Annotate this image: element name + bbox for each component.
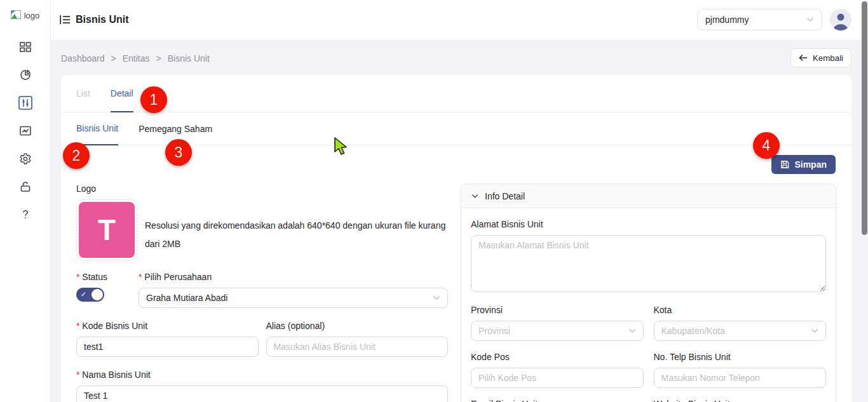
topbar: Bisnis Unit pjmdummy	[51, 0, 868, 39]
telp-label: No. Telp Bisnis Unit	[654, 352, 827, 362]
save-button-label: Simpan	[794, 159, 827, 170]
step-marker-2: 2	[63, 142, 90, 169]
alamat-textarea[interactable]	[471, 235, 826, 292]
tab-detail[interactable]: Detail	[111, 75, 133, 112]
chevron-down-icon	[806, 17, 814, 22]
chevron-down-icon	[811, 328, 818, 333]
sidebar-item-access[interactable]	[11, 173, 39, 201]
broken-image-icon	[11, 10, 23, 20]
breadcrumb: Dashboard > Entitas > Bisnis Unit	[61, 53, 210, 64]
website-label: Website Bisnis Unit	[654, 399, 827, 402]
step-marker-3: 3	[165, 139, 192, 166]
chevron-down-icon	[628, 328, 636, 333]
alamat-label: Alamat Bisnis Unit	[471, 219, 826, 229]
sidebar-item-analytics[interactable]	[11, 117, 39, 145]
provinsi-kota-row: Provinsi Provinsi Kota Kabupat	[471, 305, 826, 341]
company-select-value: Graha Mutiara Abadi	[146, 293, 227, 303]
kota-field: Kota Kabupaten/Kota	[654, 305, 827, 341]
company-field: Pilih Perusahaan Graha Mutiara Abadi	[139, 272, 448, 308]
page-title: Bisnis Unit	[76, 14, 129, 25]
alias-input[interactable]	[266, 337, 449, 357]
user-select[interactable]: pjmdummy	[697, 9, 822, 30]
kota-select[interactable]: Kabupaten/Kota	[654, 321, 827, 341]
topbar-right: pjmdummy	[697, 9, 851, 30]
info-detail-title: Info Detail	[485, 191, 525, 201]
bisnis-unit-form: Logo T Resolusi yang direkomendasikan ad…	[76, 184, 448, 402]
website-field: Website Bisnis Unit	[654, 399, 827, 402]
info-detail-body: Alamat Bisnis Unit Provinsi Provinsi	[461, 208, 836, 402]
gear-icon	[19, 152, 32, 165]
kota-label: Kota	[654, 305, 827, 315]
breadcrumb-dashboard[interactable]: Dashboard	[61, 53, 105, 64]
save-icon	[780, 160, 789, 169]
breadcrumb-separator: >	[156, 53, 161, 64]
kode-input[interactable]	[76, 337, 259, 357]
arrow-left-icon	[799, 54, 808, 62]
line-chart-icon	[19, 124, 32, 137]
provinsi-label: Provinsi	[471, 305, 644, 315]
save-button[interactable]: Simpan	[771, 155, 836, 174]
sidebar-item-help[interactable]	[11, 201, 39, 229]
form-columns: Logo T Resolusi yang direkomendasikan ad…	[61, 184, 851, 402]
sliders-icon	[18, 96, 32, 110]
nama-input[interactable]	[76, 385, 448, 402]
status-field: Status ✓	[76, 272, 139, 308]
status-label: Status	[76, 272, 139, 282]
back-button[interactable]: Kembali	[790, 48, 851, 67]
grid-icon	[19, 41, 32, 53]
chevron-down-icon	[433, 295, 440, 300]
nama-label: Nama Bisnis Unit	[76, 370, 448, 380]
kodepos-input[interactable]	[471, 368, 644, 388]
kode-label: Kode Bisnis Unit	[76, 321, 259, 331]
breadcrumb-bisnis-unit[interactable]: Bisnis Unit	[168, 53, 210, 64]
kodepos-label: Kode Pos	[471, 352, 644, 362]
sidebar-item-entitas-active[interactable]	[11, 89, 39, 117]
telp-input[interactable]	[654, 368, 827, 388]
subtab-bisnis-unit[interactable]: Bisnis Unit	[76, 112, 118, 145]
logo-label: Logo	[76, 184, 448, 194]
person-icon	[830, 9, 851, 30]
email-website-row: Email Bisnis Unit Website Bisnis Unit	[471, 399, 826, 402]
app-logo[interactable]: logo	[0, 1, 50, 29]
main-card: List Detail Bisnis Unit Pemegang Saham S…	[61, 75, 851, 402]
nama-field: Nama Bisnis Unit	[76, 370, 448, 402]
kota-select-placeholder: Kabupaten/Kota	[661, 326, 725, 336]
company-label: Pilih Perusahaan	[139, 272, 448, 282]
chevron-down-icon	[471, 194, 478, 199]
email-label: Email Bisnis Unit	[471, 399, 644, 402]
sidebar-item-settings[interactable]	[11, 145, 39, 173]
telp-field: No. Telp Bisnis Unit	[654, 352, 827, 388]
question-icon	[19, 208, 32, 221]
logo-alt-text: logo	[24, 11, 40, 20]
provinsi-select-placeholder: Provinsi	[478, 326, 510, 336]
logo-preview: T	[79, 202, 135, 258]
logo-hint: Resolusi yang direkomendasikan adalah 64…	[145, 217, 448, 260]
status-toggle[interactable]: ✓	[76, 288, 104, 302]
breadcrumb-entitas[interactable]: Entitas	[123, 53, 150, 64]
email-field: Email Bisnis Unit	[471, 399, 644, 402]
info-detail-panel: Info Detail Alamat Bisnis Unit Provinsi …	[461, 184, 836, 402]
menu-fold-icon	[60, 15, 71, 25]
check-icon: ✓	[81, 290, 86, 298]
status-company-row: Status ✓ Pilih Perusahaan Graha Mutiara …	[76, 272, 448, 308]
vertical-scrollbar-thumb[interactable]	[862, 1, 867, 235]
tab-list[interactable]: List	[76, 75, 90, 112]
alias-field: Alias (optional)	[266, 321, 449, 357]
company-select[interactable]: Graha Mutiara Abadi	[139, 288, 448, 308]
toggle-knob	[92, 289, 103, 300]
kode-field: Kode Bisnis Unit	[76, 321, 259, 357]
step-marker-4: 4	[753, 132, 780, 159]
info-detail-header[interactable]: Info Detail	[461, 184, 836, 208]
kode-alias-row: Kode Bisnis Unit Alias (optional)	[76, 321, 448, 357]
sidebar: logo	[0, 0, 51, 402]
avatar[interactable]	[830, 9, 851, 30]
info-detail-column: Info Detail Alamat Bisnis Unit Provinsi …	[461, 184, 836, 402]
kodepos-field: Kode Pos	[471, 352, 644, 388]
sidebar-item-reports[interactable]	[11, 61, 39, 89]
logo-upload[interactable]: T	[76, 199, 137, 260]
kodepos-telp-row: Kode Pos No. Telp Bisnis Unit	[471, 352, 826, 388]
logo-row: T Resolusi yang direkomendasikan adalah …	[76, 199, 448, 260]
provinsi-select[interactable]: Provinsi	[471, 321, 644, 341]
sidebar-item-dashboard[interactable]	[11, 33, 39, 61]
sidebar-collapse-icon[interactable]	[60, 15, 71, 25]
